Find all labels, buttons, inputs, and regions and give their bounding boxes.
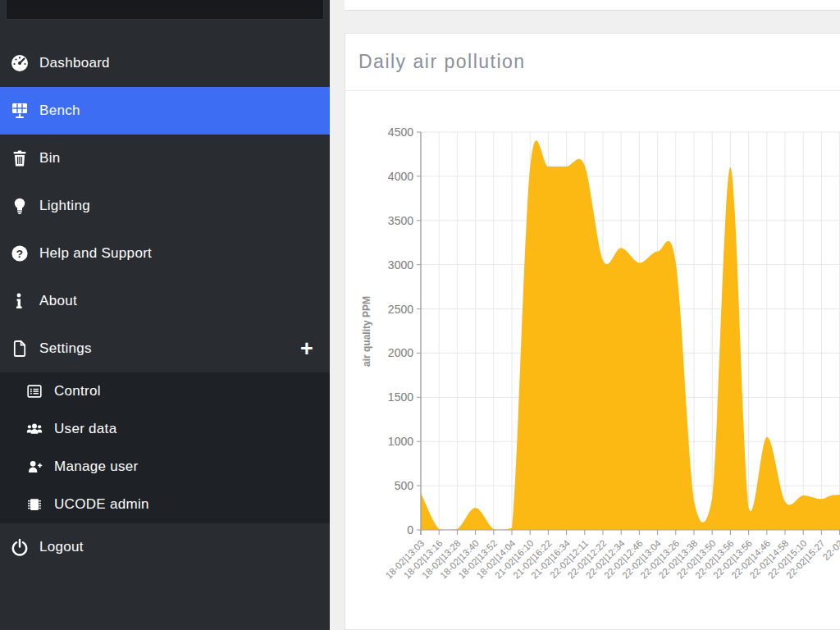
sidebar-item-ucode-admin[interactable]: UCODE admin [0,486,330,523]
y-axis-tick-label: 1500 [388,390,413,404]
y-axis-tick-label: 4000 [388,170,413,183]
y-axis-tick-label: 2500 [388,303,413,316]
sidebar-nav: DashboardBenchBinLighting?Help and Suppo… [0,39,330,372]
card-title: Daily air pollution [358,51,526,73]
sidebar-item-control[interactable]: Control [0,372,330,410]
sidebar-item-bench[interactable]: Bench [0,87,330,135]
y-axis-tick-label: 3000 [388,258,413,272]
y-axis-tick-label: 2000 [388,346,413,359]
lightbulb-icon [9,195,30,217]
sidebar-item-bin[interactable]: Bin [0,135,330,182]
sidebar-item-label: Dashboard [39,55,110,71]
sidebar-item-help-and-support[interactable]: ?Help and Support [0,230,330,277]
sidebar-settings-submenu: ControlUser dataManage userUCODE admin [0,372,330,523]
settings-expand-button[interactable]: + [300,338,313,360]
sidebar-item-label: Control [54,383,101,399]
sidebar-item-lighting[interactable]: Lighting [0,182,330,230]
chart-area: 05001000150020002500300035004000450018-0… [345,91,840,629]
sidebar: DashboardBenchBinLighting?Help and Suppo… [0,0,330,630]
help-icon: ? [9,243,30,264]
sidebar-item-label: UCODE admin [54,496,149,513]
sidebar-item-manage-user[interactable]: Manage user [0,448,330,486]
list-icon [24,381,45,402]
card-header: Daily air pollution [345,34,840,91]
sidebar-item-label: Help and Support [39,245,152,262]
sidebar-item-about[interactable]: About [0,277,330,325]
sidebar-item-label: User data [54,421,116,437]
dashboard-icon [9,52,30,74]
y-axis-tick-label: 500 [395,479,414,492]
sidebar-footer-nav: Logout [0,523,330,571]
air-pollution-chart: 05001000150020002500300035004000450018-0… [345,91,840,629]
top-navbar [345,0,840,11]
sidebar-item-logout[interactable]: Logout [0,523,330,571]
sidebar-item-label: About [39,293,77,309]
y-axis-tick-label: 3500 [388,214,413,227]
x-axis-tick-label: 22-02 [821,538,840,562]
main-content: Daily air pollution 05001000150020002500… [330,0,840,630]
air-pollution-card: Daily air pollution 05001000150020002500… [345,33,840,630]
sidebar-item-label: Manage user [54,459,139,475]
area-series [421,140,840,530]
users-icon [24,418,45,440]
solar-panel-icon [9,100,30,121]
y-axis-tick-label: 1000 [388,435,413,448]
sidebar-item-user-data[interactable]: User data [0,410,330,448]
user-plus-icon [24,456,45,477]
sidebar-item-label: Logout [39,539,84,555]
sidebar-item-settings[interactable]: Settings+ [0,325,330,372]
trash-icon [9,148,30,169]
power-icon [9,536,30,558]
file-icon [9,338,30,359]
info-icon [9,290,30,312]
y-axis-title: air quality PPM [361,296,372,367]
svg-text:?: ? [16,248,24,260]
y-axis-tick-label: 4500 [388,126,413,139]
sidebar-item-label: Bin [39,150,60,167]
sidebar-item-label: Bench [39,103,80,119]
microchip-icon [24,494,45,515]
sidebar-item-dashboard[interactable]: Dashboard [0,39,330,87]
sidebar-item-label: Settings [39,340,92,357]
brand-logo-box [6,0,324,20]
sidebar-item-label: Lighting [39,198,90,214]
y-axis-tick-label: 0 [407,523,413,536]
